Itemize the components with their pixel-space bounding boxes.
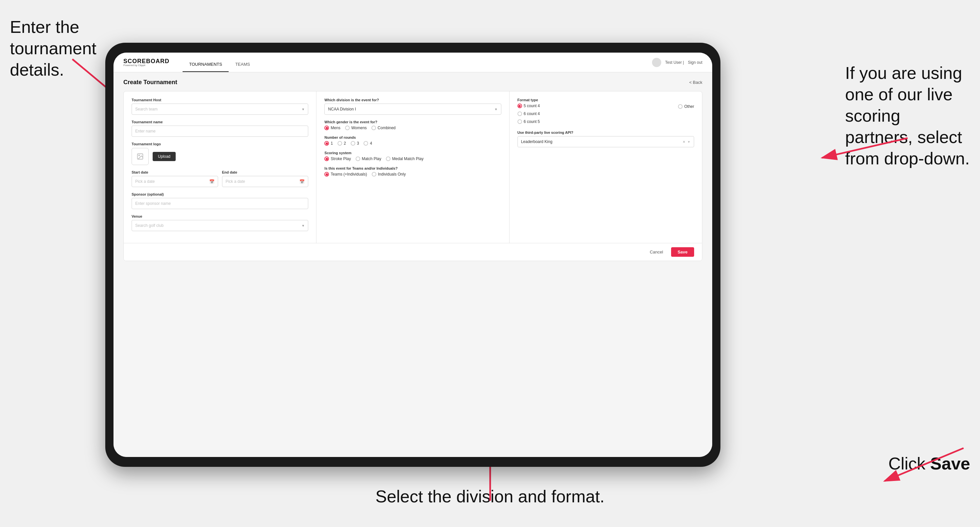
tablet-frame: SCOREBOARD Powered by Clippit TOURNAMENT… — [105, 43, 721, 467]
rounds-label: Number of rounds — [325, 135, 501, 140]
tab-tournaments[interactable]: TOURNAMENTS — [183, 62, 229, 72]
venue-placeholder: Search golf club — [135, 223, 164, 228]
start-date-label: Start date — [132, 170, 218, 174]
scoring-match[interactable]: Match Play — [356, 157, 381, 161]
end-date-input[interactable]: Pick a date 📅 — [222, 176, 309, 187]
gender-mens[interactable]: Mens — [325, 125, 340, 130]
scoring-match-radio[interactable] — [356, 157, 360, 161]
annotation-top-left: Enter the tournament details. — [10, 16, 102, 81]
live-scoring-clear-icon[interactable]: ✕ — [682, 140, 685, 144]
tab-teams[interactable]: TEAMS — [229, 62, 256, 72]
main-content: Create Tournament < Back Tournament Host… — [113, 72, 712, 457]
rounds-3[interactable]: 3 — [351, 141, 359, 146]
format-6count4-radio[interactable] — [517, 111, 522, 116]
header-right: Test User | Sign out — [652, 58, 702, 67]
sponsor-label: Sponsor (optional) — [132, 192, 308, 196]
format-6count5-radio[interactable] — [517, 119, 522, 124]
sponsor-input[interactable]: Enter sponsor name — [132, 198, 308, 209]
rounds-radio-group: 1 2 3 — [325, 141, 501, 146]
rounds-2[interactable]: 2 — [337, 141, 346, 146]
scoring-stroke-radio[interactable] — [325, 157, 329, 161]
division-group: Which division is the event for? NCAA Di… — [325, 98, 501, 115]
gender-mens-radio[interactable] — [325, 125, 329, 130]
form-col-1: Tournament Host Search team ▼ Tournament… — [124, 91, 317, 243]
date-row: Start date Pick a date 📅 End date Pick a… — [132, 170, 308, 192]
format-type-inner: 5 count 4 6 count 4 6 count 5 — [517, 103, 694, 124]
form-col-3: Format type 5 count 4 6 coun — [509, 91, 702, 243]
teams-individuals-radio[interactable] — [372, 172, 376, 176]
logo-sub: Powered by Clippit — [123, 64, 169, 67]
teams-teams-label: Teams (+Individuals) — [331, 172, 367, 176]
division-select[interactable]: NCAA Division I ▼ — [325, 103, 501, 115]
format-6count4[interactable]: 6 count 4 — [517, 111, 540, 116]
cancel-button[interactable]: Cancel — [646, 248, 667, 256]
rounds-4[interactable]: 4 — [364, 141, 372, 146]
teams-individuals[interactable]: Individuals Only — [372, 172, 406, 176]
live-scoring-input[interactable]: Leaderboard King ✕ ▼ — [517, 136, 694, 147]
start-date-input[interactable]: Pick a date 📅 — [132, 176, 218, 187]
venue-input[interactable]: Search golf club ▼ — [132, 220, 308, 231]
format-other-label: Other — [684, 104, 694, 109]
form-col-2: Which division is the event for? NCAA Di… — [317, 91, 509, 243]
tournament-logo-label: Tournament logo — [132, 142, 308, 146]
gender-combined-radio[interactable] — [371, 125, 376, 130]
live-scoring-tag: Leaderboard King — [521, 140, 552, 144]
live-scoring-label: Use third-party live scoring API? — [517, 130, 694, 135]
scoring-medal-radio[interactable] — [386, 157, 390, 161]
venue-group: Venue Search golf club ▼ — [132, 214, 308, 231]
format-5count4-label: 5 count 4 — [524, 103, 540, 108]
live-scoring-value: Leaderboard King — [521, 140, 552, 144]
logo-text: SCOREBOARD — [123, 58, 169, 64]
gender-womens-label: Womens — [352, 125, 367, 130]
format-other[interactable]: Other — [678, 104, 694, 109]
user-label: Test User | — [665, 60, 684, 65]
back-link[interactable]: < Back — [689, 80, 702, 85]
scoring-match-label: Match Play — [362, 157, 381, 161]
upload-button[interactable]: Upload — [153, 152, 176, 161]
format-other-radio[interactable] — [678, 104, 682, 109]
division-chevron-icon: ▼ — [495, 108, 498, 111]
gender-combined[interactable]: Combined — [371, 125, 396, 130]
rounds-3-radio[interactable] — [351, 141, 355, 146]
rounds-4-label: 4 — [370, 141, 372, 146]
rounds-1-radio[interactable] — [325, 141, 329, 146]
live-scoring-group: Use third-party live scoring API? Leader… — [517, 130, 694, 147]
format-type-group: Format type 5 count 4 6 coun — [517, 98, 694, 124]
form-card: Tournament Host Search team ▼ Tournament… — [123, 91, 702, 261]
svg-point-6 — [138, 155, 140, 156]
teams-teams[interactable]: Teams (+Individuals) — [325, 172, 367, 176]
format-5count4[interactable]: 5 count 4 — [517, 103, 540, 108]
scoring-medal[interactable]: Medal Match Play — [386, 157, 423, 161]
rounds-4-radio[interactable] — [364, 141, 368, 146]
calendar-icon: 📅 — [209, 179, 215, 184]
end-date-group: End date Pick a date 📅 — [222, 170, 309, 187]
teams-group: Is this event for Teams and/or Individua… — [325, 167, 501, 176]
tournament-name-placeholder: Enter name — [135, 129, 156, 133]
gender-mens-label: Mens — [331, 125, 340, 130]
rounds-1[interactable]: 1 — [325, 141, 333, 146]
tournament-name-input[interactable]: Enter name — [132, 125, 308, 137]
teams-teams-radio[interactable] — [325, 172, 329, 176]
gender-womens[interactable]: Womens — [345, 125, 367, 130]
user-avatar — [652, 58, 661, 67]
rounds-1-label: 1 — [331, 141, 333, 146]
chevron-down-icon: ▼ — [301, 108, 305, 111]
save-button[interactable]: Save — [671, 247, 694, 257]
format-5count4-radio[interactable] — [517, 103, 522, 108]
format-6count5[interactable]: 6 count 5 — [517, 119, 540, 124]
rounds-2-radio[interactable] — [337, 141, 342, 146]
rounds-group: Number of rounds 1 2 — [325, 135, 501, 146]
scoring-stroke[interactable]: Stroke Play — [325, 157, 351, 161]
gender-label: Which gender is the event for? — [325, 120, 501, 124]
end-date-label: End date — [222, 170, 309, 174]
format-type-list: 5 count 4 6 count 4 6 count 5 — [517, 103, 540, 124]
gender-womens-radio[interactable] — [345, 125, 350, 130]
teams-label: Is this event for Teams and/or Individua… — [325, 167, 501, 170]
tournament-host-input[interactable]: Search team ▼ — [132, 103, 308, 115]
tournament-host-group: Tournament Host Search team ▼ — [132, 98, 308, 115]
end-date-placeholder: Pick a date — [226, 179, 245, 184]
start-date-group: Start date Pick a date 📅 — [132, 170, 218, 187]
annotation-bottom-center: Select the division and format. — [375, 486, 605, 507]
logo-area: SCOREBOARD Powered by Clippit — [123, 58, 169, 67]
sign-out-link[interactable]: Sign out — [688, 60, 702, 65]
